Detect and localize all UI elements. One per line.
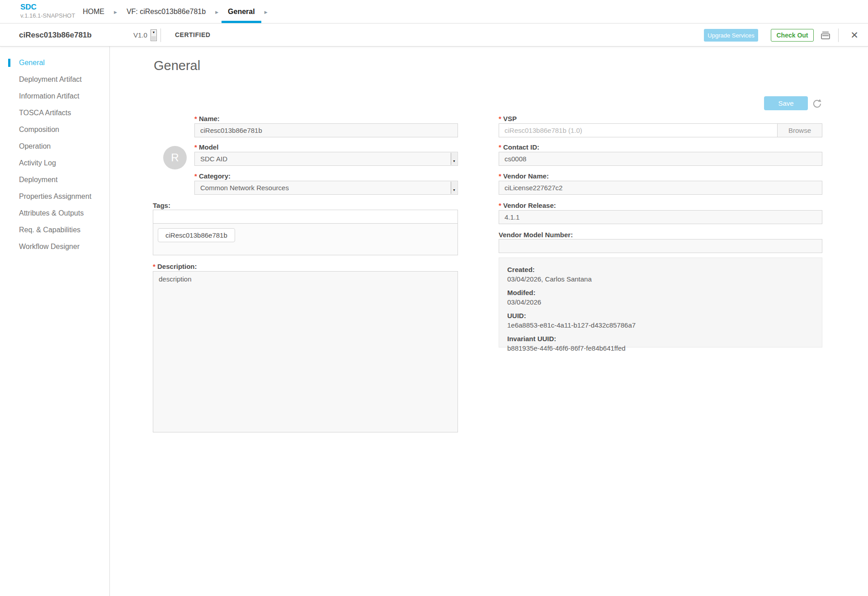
page-title: General bbox=[154, 58, 200, 73]
breadcrumb-arrow-icon: ▶ bbox=[114, 10, 117, 14]
contact-id-label: Contact ID: bbox=[499, 143, 539, 151]
sidebar-item-composition[interactable]: Composition bbox=[0, 121, 109, 138]
contact-id-field[interactable] bbox=[499, 152, 822, 166]
logo-title: SDC bbox=[20, 3, 75, 12]
tags-section: ciResc013b86e781b bbox=[153, 210, 458, 255]
toolbar-divider bbox=[160, 28, 161, 42]
sub-toolbar: ciResc013b86e781b V1.0 ▼ CERTIFIED Upgra… bbox=[0, 23, 868, 47]
upgrade-services-button[interactable]: Upgrade Services bbox=[704, 29, 758, 42]
sidebar-item-workflow-designer[interactable]: Workflow Designer bbox=[0, 238, 109, 255]
sidebar: General Deployment Artifact Information … bbox=[0, 47, 109, 596]
breadcrumb-arrow-icon: ▶ bbox=[215, 10, 218, 14]
sidebar-menu: General Deployment Artifact Information … bbox=[0, 54, 109, 255]
vendor-release-field[interactable] bbox=[499, 210, 822, 224]
sidebar-item-tosca-artifacts[interactable]: TOSCA Artifacts bbox=[0, 104, 109, 121]
logo-version: v.1.16.1-SNAPSHOT bbox=[20, 13, 75, 19]
top-header: SDC v.1.16.1-SNAPSHOT HOME ▶ VF: ciResc0… bbox=[0, 0, 868, 23]
category-select[interactable]: Common Network Resources ▼ bbox=[194, 181, 458, 195]
breadcrumb-vf[interactable]: VF: ciResc013b86e781b bbox=[127, 0, 206, 23]
avatar-letter: R bbox=[171, 151, 179, 164]
meta-modified: Modifed: 03/04/2026 bbox=[507, 288, 814, 307]
vendor-name-field[interactable] bbox=[499, 181, 822, 195]
meta-invariant-uuid: Invariant UUID: b881935e-44f6-46f6-86f7-… bbox=[507, 334, 814, 353]
meta-uuid: UUID: 1e6a8853-e81c-4a11-b127-d432c85786… bbox=[507, 311, 814, 330]
metadata-panel: Created: 03/04/2026, Carlos Santana Modi… bbox=[499, 258, 822, 347]
print-icon[interactable] bbox=[820, 29, 831, 41]
category-label: Category: bbox=[194, 172, 231, 180]
version-label: V1.0 bbox=[133, 23, 147, 47]
general-page: General Save R Name: Model SDC AID ▼ Cat… bbox=[110, 47, 868, 596]
sdc-app: SDC v.1.16.1-SNAPSHOT HOME ▶ VF: ciResc0… bbox=[0, 0, 868, 596]
sidebar-item-general[interactable]: General bbox=[0, 54, 109, 71]
tags-list: ciResc013b86e781b bbox=[153, 224, 458, 255]
vendor-release-label: Vendor Release: bbox=[499, 202, 556, 209]
description-field[interactable]: description bbox=[153, 271, 458, 432]
stepper-lower-half bbox=[151, 36, 156, 40]
save-button[interactable]: Save bbox=[764, 96, 808, 110]
tags-input[interactable] bbox=[153, 210, 458, 224]
description-label: Description: bbox=[153, 263, 197, 270]
sdc-logo: SDC v.1.16.1-SNAPSHOT bbox=[20, 3, 75, 19]
sidebar-item-attributes-outputs[interactable]: Attributes & Outputs bbox=[0, 205, 109, 221]
entity-title: ciResc013b86e781b bbox=[19, 23, 92, 47]
breadcrumb-general[interactable]: General bbox=[228, 0, 255, 23]
browse-button[interactable]: Browse bbox=[777, 123, 822, 137]
vendor-model-number-field[interactable] bbox=[499, 239, 822, 253]
sidebar-item-deployment[interactable]: Deployment bbox=[0, 171, 109, 188]
chevron-down-icon: ▼ bbox=[151, 31, 156, 34]
tags-label: Tags: bbox=[153, 202, 170, 209]
breadcrumb-home[interactable]: HOME bbox=[83, 0, 104, 23]
sidebar-item-deployment-artifact[interactable]: Deployment Artifact bbox=[0, 71, 109, 88]
lifecycle-status-badge: CERTIFIED bbox=[175, 23, 210, 47]
check-out-button[interactable]: Check Out bbox=[771, 29, 814, 42]
name-label: Name: bbox=[194, 115, 220, 122]
name-field[interactable] bbox=[194, 123, 458, 137]
model-select[interactable]: SDC AID ▼ bbox=[194, 152, 458, 166]
sidebar-item-properties-assignment[interactable]: Properties Assignment bbox=[0, 188, 109, 205]
toolbar-divider bbox=[838, 28, 839, 42]
vendor-model-number-label: Vendor Model Number: bbox=[499, 231, 573, 239]
vendor-name-label: Vendor Name: bbox=[499, 172, 549, 180]
meta-created: Created: 03/04/2026, Carlos Santana bbox=[507, 265, 814, 284]
vsp-label: VSP bbox=[499, 115, 517, 122]
revert-icon[interactable] bbox=[812, 99, 822, 108]
tag-chip[interactable]: ciResc013b86e781b bbox=[158, 228, 235, 242]
avatar: R bbox=[163, 146, 187, 169]
close-icon[interactable]: ✕ bbox=[848, 29, 861, 42]
sidebar-item-information-artifact[interactable]: Information Artifact bbox=[0, 88, 109, 104]
chevron-down-icon: ▼ bbox=[451, 153, 457, 165]
breadcrumb: HOME ▶ VF: ciResc013b86e781b ▶ General ▶ bbox=[83, 0, 268, 23]
model-label: Model bbox=[194, 143, 218, 151]
sidebar-item-activity-log[interactable]: Activity Log bbox=[0, 155, 109, 171]
vsp-field[interactable] bbox=[499, 123, 778, 137]
sidebar-item-req-capabilities[interactable]: Req. & Capabilities bbox=[0, 221, 109, 238]
version-selector[interactable]: ▼ bbox=[151, 29, 157, 41]
sidebar-item-operation[interactable]: Operation bbox=[0, 138, 109, 155]
breadcrumb-arrow-icon: ▶ bbox=[264, 10, 268, 14]
chevron-down-icon: ▼ bbox=[451, 182, 457, 194]
